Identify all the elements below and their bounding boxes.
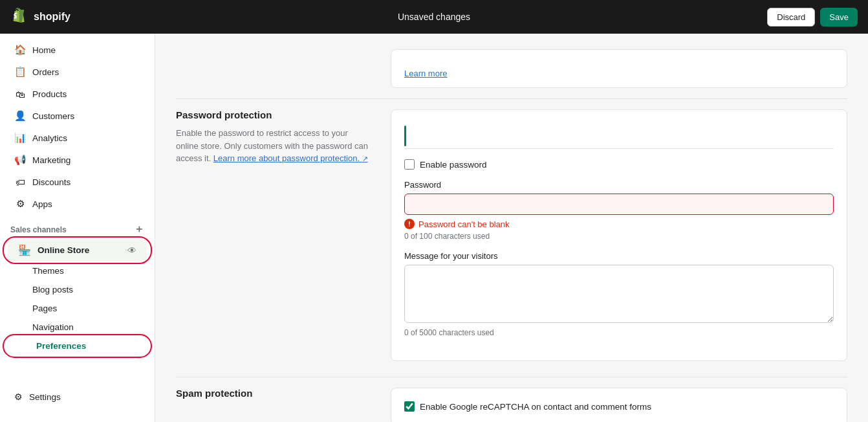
online-store-label: Online Store	[38, 245, 89, 255]
password-input[interactable]	[404, 194, 834, 215]
sidebar-item-themes[interactable]: Themes	[4, 261, 151, 280]
sales-channels-label: Sales channels	[10, 225, 67, 234]
sidebar-item-discounts[interactable]: 🏷 Discounts	[4, 171, 151, 193]
topbar-actions: Discard Save	[767, 8, 858, 27]
preferences-label: Preferences	[36, 341, 86, 351]
sales-channels-section: Sales channels ＋	[0, 215, 155, 239]
spam-section-title: Spam protection	[176, 388, 370, 399]
preferences-wrapper: Preferences	[4, 337, 151, 355]
blog-posts-label: Blog posts	[32, 285, 73, 294]
sidebar-item-home-label: Home	[32, 45, 56, 55]
customers-icon: 👤	[14, 110, 26, 122]
sidebar-item-settings[interactable]: ⚙ Settings	[4, 386, 151, 407]
navigation-label: Navigation	[32, 322, 74, 332]
orders-icon: 📋	[14, 66, 26, 78]
shopify-icon	[10, 8, 28, 26]
password-field-section: Password Password can't be blank 0 of 10…	[404, 180, 834, 241]
sidebar-item-analytics[interactable]: 📊 Analytics	[4, 127, 151, 149]
sidebar-item-products-label: Products	[32, 89, 67, 99]
spam-protection-section: Spam protection Enable Google reCAPTCHA …	[176, 388, 847, 422]
topbar: shopify Unsaved changes Discard Save	[0, 0, 868, 34]
sidebar-item-discounts-label: Discounts	[32, 177, 71, 187]
online-store-icon: 🏪	[18, 244, 31, 256]
password-learn-more-link[interactable]: Learn more about password protection. ↗	[213, 153, 368, 163]
spam-card: Enable Google reCAPTCHA on contact and c…	[391, 388, 847, 422]
divider-bottom	[176, 377, 847, 377]
settings-icon: ⚙	[14, 392, 23, 402]
password-section-title: Password protection	[176, 109, 370, 120]
topbar-title: Unsaved changes	[398, 12, 470, 22]
sidebar-item-preferences[interactable]: Preferences	[8, 337, 147, 355]
products-icon: 🛍	[14, 88, 26, 100]
enable-password-label: Enable password	[420, 160, 487, 170]
pages-label: Pages	[32, 304, 57, 313]
logo-text: shopify	[34, 11, 71, 23]
settings-label: Settings	[29, 392, 61, 402]
themes-label: Themes	[32, 266, 64, 276]
sidebar-item-navigation[interactable]: Navigation	[4, 318, 151, 337]
recaptcha-checkbox[interactable]	[404, 401, 415, 412]
external-link-icon: ↗	[362, 155, 368, 162]
enable-password-checkbox[interactable]	[404, 159, 415, 170]
message-field-section: Message for your visitors 0 of 5000 char…	[404, 251, 834, 337]
marketing-icon: 📢	[14, 154, 26, 166]
sidebar-item-customers-label: Customers	[32, 111, 74, 121]
sidebar-item-marketing-label: Marketing	[32, 155, 71, 165]
sidebar-item-apps[interactable]: ⚙ Apps	[4, 193, 151, 215]
add-sales-channel-icon[interactable]: ＋	[134, 223, 144, 236]
message-textarea[interactable]	[404, 265, 834, 323]
sidebar-item-customers[interactable]: 👤 Customers	[4, 105, 151, 127]
message-label: Message for your visitors	[404, 251, 834, 261]
password-card: Enable password Password Password can't …	[391, 109, 847, 361]
message-char-count: 0 of 5000 characters used	[404, 328, 834, 337]
recaptcha-label: Enable Google reCAPTCHA on contact and c…	[420, 402, 651, 412]
online-store-item[interactable]: 🏪 Online Store 👁	[8, 239, 147, 261]
enable-password-checkbox-row: Enable password	[404, 159, 834, 170]
sidebar-item-orders-label: Orders	[32, 67, 59, 77]
top-link[interactable]: Learn more	[404, 69, 447, 78]
sidebar-item-home[interactable]: 🏠 Home	[4, 39, 151, 61]
apps-icon: ⚙	[14, 198, 26, 210]
sidebar: 🏠 Home 📋 Orders 🛍 Products 👤 Customers 📊…	[0, 34, 155, 422]
spam-desc: Spam protection	[176, 388, 370, 422]
password-char-count: 0 of 100 characters used	[404, 232, 834, 241]
home-icon: 🏠	[14, 44, 26, 56]
error-icon	[404, 219, 415, 229]
password-error-row: Password can't be blank	[404, 219, 834, 229]
shopify-logo: shopify	[10, 8, 71, 26]
sidebar-item-marketing[interactable]: 📢 Marketing	[4, 149, 151, 171]
discounts-icon: 🏷	[14, 176, 26, 188]
password-label: Password	[404, 180, 834, 190]
sidebar-item-products[interactable]: 🛍 Products	[4, 83, 151, 105]
sidebar-item-apps-label: Apps	[32, 199, 52, 209]
online-store-wrapper: 🏪 Online Store 👁	[4, 239, 151, 261]
recaptcha-checkbox-row: Enable Google reCAPTCHA on contact and c…	[404, 401, 834, 412]
sidebar-item-orders[interactable]: 📋 Orders	[4, 61, 151, 83]
sidebar-item-pages[interactable]: Pages	[4, 299, 151, 318]
layout: 🏠 Home 📋 Orders 🛍 Products 👤 Customers 📊…	[0, 34, 868, 422]
main-content: Learn more Password protection Enable th…	[155, 34, 868, 422]
discard-button[interactable]: Discard	[767, 8, 815, 27]
online-store-left: 🏪 Online Store	[18, 244, 89, 256]
password-error-message: Password can't be blank	[418, 219, 510, 229]
password-desc: Password protection Enable the password …	[176, 109, 370, 361]
sidebar-item-analytics-label: Analytics	[32, 133, 67, 143]
password-section-description: Enable the password to restrict access t…	[176, 127, 370, 165]
password-protection-section: Password protection Enable the password …	[176, 109, 847, 361]
sidebar-item-blog-posts[interactable]: Blog posts	[4, 280, 151, 299]
eye-icon[interactable]: 👁	[127, 245, 136, 256]
analytics-icon: 📊	[14, 132, 26, 144]
divider-top	[176, 98, 847, 99]
save-button[interactable]: Save	[820, 8, 858, 27]
